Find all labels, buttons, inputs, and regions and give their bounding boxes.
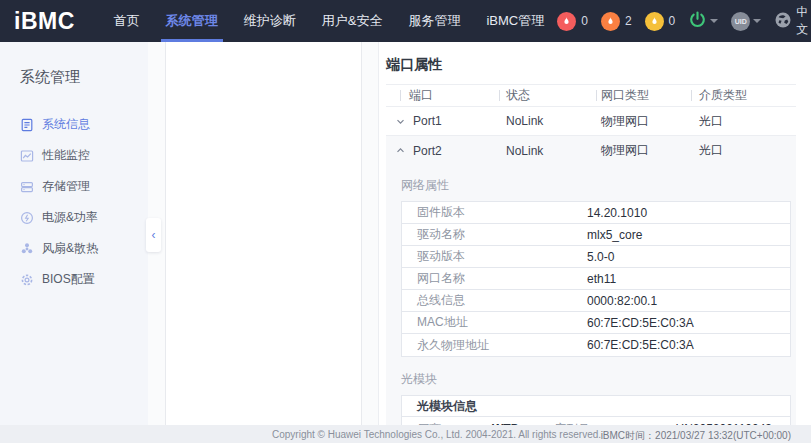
table-row: 永久物理地址 60:7E:CD:5E:C0:3A bbox=[402, 334, 790, 356]
power-control-button[interactable] bbox=[688, 10, 718, 32]
sidebar: 系统管理 系统信息 性能监控 存储管理 bbox=[0, 42, 148, 425]
secondary-panel bbox=[165, 42, 362, 425]
port-status: NoLink bbox=[499, 144, 596, 158]
property-label: 网口名称 bbox=[402, 270, 587, 287]
port-properties-panel: 端口属性 端口 状态 网口类型 介质类型 Port1 NoLink 物理网口 光… bbox=[378, 42, 811, 425]
main-nav: 首页 系统管理 维护诊断 用户&安全 服务管理 iBMC管理 bbox=[101, 0, 557, 42]
column-header-port-type: 网口类型 bbox=[596, 87, 691, 104]
media-type: 光口 bbox=[691, 113, 796, 130]
column-header-port: 端口 bbox=[386, 87, 499, 104]
port-table-header: 端口 状态 网口类型 介质类型 bbox=[386, 84, 796, 107]
sidebar-item-label: 系统信息 bbox=[42, 116, 90, 133]
property-value: 0000:82:00.1 bbox=[587, 294, 657, 308]
uid-icon: UID bbox=[731, 12, 750, 31]
language-label: 中文 bbox=[796, 4, 808, 38]
optical-module-title: 光模块 bbox=[401, 371, 791, 388]
port-status: NoLink bbox=[499, 114, 596, 128]
table-row: 驱动名称 mlx5_core bbox=[402, 224, 790, 246]
table-row: MAC地址 60:7E:CD:5E:C0:3A bbox=[402, 312, 790, 334]
property-value: mlx5_core bbox=[587, 228, 642, 242]
property-label: 永久物理地址 bbox=[402, 337, 587, 354]
table-row-port2[interactable]: Port2 NoLink 物理网口 光口 bbox=[386, 136, 796, 165]
table-row: 厂商 WTD 序列号 HN205200110043 bbox=[402, 417, 790, 425]
top-header: iBMC 首页 系统管理 维护诊断 用户&安全 服务管理 iBMC管理 0 2 bbox=[0, 0, 811, 42]
property-value: 5.0-0 bbox=[587, 250, 614, 264]
collapse-chevron-icon: ‹ bbox=[152, 228, 156, 242]
nav-item-ibmc-management[interactable]: iBMC管理 bbox=[473, 0, 557, 42]
table-row: 固件版本 14.20.1010 bbox=[402, 202, 790, 224]
port-table: 端口 状态 网口类型 介质类型 Port1 NoLink 物理网口 光口 bbox=[386, 84, 796, 165]
sidebar-item-fan[interactable]: 风扇&散热 bbox=[0, 233, 148, 264]
minor-alarm-flame-icon bbox=[645, 12, 664, 31]
media-type: 光口 bbox=[691, 142, 796, 159]
sidebar-item-label: 电源&功率 bbox=[42, 209, 98, 226]
network-properties-title: 网络属性 bbox=[401, 177, 791, 194]
major-alarm-button[interactable]: 2 bbox=[601, 12, 632, 31]
property-label: 驱动名称 bbox=[402, 226, 587, 243]
sidebar-collapse-button[interactable]: ‹ bbox=[146, 218, 161, 252]
property-value: 60:7E:CD:5E:C0:3A bbox=[587, 338, 694, 352]
table-row: 网口名称 eth11 bbox=[402, 268, 790, 290]
optical-module-table: 光模块信息 厂商 WTD 序列号 HN205200110043 bbox=[401, 395, 791, 425]
port-type: 物理网口 bbox=[596, 113, 691, 130]
property-value: eth11 bbox=[587, 272, 616, 286]
critical-alarm-flame-icon bbox=[557, 12, 576, 31]
uid-indicator-button[interactable]: UID bbox=[731, 12, 761, 31]
minor-alarm-button[interactable]: 0 bbox=[645, 12, 676, 31]
nav-item-maintenance-diagnosis[interactable]: 维护诊断 bbox=[231, 0, 309, 42]
sidebar-item-label: 风扇&散热 bbox=[42, 240, 98, 257]
port-type: 物理网口 bbox=[596, 142, 691, 159]
network-properties-table: 固件版本 14.20.1010 驱动名称 mlx5_core 驱动版本 5.0-… bbox=[401, 201, 791, 357]
major-alarm-flame-icon bbox=[601, 12, 620, 31]
sidebar-title: 系统管理 bbox=[0, 42, 148, 87]
nav-item-user-security[interactable]: 用户&安全 bbox=[309, 0, 396, 42]
property-label: 驱动版本 bbox=[402, 248, 587, 265]
table-row: 总线信息 0000:82:00.1 bbox=[402, 290, 790, 312]
power-icon bbox=[688, 10, 707, 32]
sidebar-item-label: BIOS配置 bbox=[42, 271, 95, 288]
footer: Copyright © Huawei Technologies Co., Ltd… bbox=[0, 425, 811, 443]
property-label: 总线信息 bbox=[402, 292, 587, 309]
sidebar-item-performance[interactable]: 性能监控 bbox=[0, 140, 148, 171]
nav-item-service-management[interactable]: 服务管理 bbox=[395, 0, 473, 42]
globe-icon bbox=[774, 11, 792, 32]
bios-gear-icon bbox=[20, 273, 34, 287]
performance-chart-icon bbox=[20, 149, 34, 163]
property-value: 60:7E:CD:5E:C0:3A bbox=[587, 316, 694, 330]
sidebar-menu: 系统信息 性能监控 存储管理 电源&功率 bbox=[0, 109, 148, 295]
sidebar-item-power[interactable]: 电源&功率 bbox=[0, 202, 148, 233]
table-row: 驱动版本 5.0-0 bbox=[402, 246, 790, 268]
collapse-chevron-icon[interactable] bbox=[395, 145, 406, 156]
expand-chevron-icon[interactable] bbox=[395, 116, 406, 127]
sidebar-item-bios[interactable]: BIOS配置 bbox=[0, 264, 148, 295]
language-selector[interactable]: 中文 bbox=[774, 4, 811, 38]
ibmc-app: iBMC 首页 系统管理 维护诊断 用户&安全 服务管理 iBMC管理 0 2 bbox=[0, 0, 811, 443]
storage-icon bbox=[20, 180, 34, 194]
copyright-text: Copyright © Huawei Technologies Co., Ltd… bbox=[272, 429, 601, 440]
property-label: 固件版本 bbox=[402, 204, 587, 221]
power-supply-icon bbox=[20, 211, 34, 225]
page-title: 端口属性 bbox=[386, 56, 811, 74]
property-label: MAC地址 bbox=[402, 314, 587, 331]
header-toolbar: 0 2 0 bbox=[557, 4, 811, 38]
ibmc-time: iBMC时间：2021/03/27 13:32(UTC+00:00) bbox=[601, 429, 791, 443]
chevron-down-icon bbox=[753, 19, 761, 23]
nav-item-home[interactable]: 首页 bbox=[101, 0, 153, 42]
port2-detail-section: 网络属性 固件版本 14.20.1010 驱动名称 mlx5_core 驱动版本… bbox=[386, 165, 796, 425]
critical-alarm-count: 0 bbox=[581, 14, 588, 28]
nav-item-system-management[interactable]: 系统管理 bbox=[153, 0, 231, 42]
sidebar-item-system-info[interactable]: 系统信息 bbox=[0, 109, 148, 140]
optical-module-info-header: 光模块信息 bbox=[402, 396, 790, 417]
critical-alarm-button[interactable]: 0 bbox=[557, 12, 588, 31]
ibmc-logo: iBMC bbox=[14, 8, 75, 35]
sidebar-item-storage[interactable]: 存储管理 bbox=[0, 171, 148, 202]
minor-alarm-count: 0 bbox=[669, 14, 676, 28]
column-header-status: 状态 bbox=[499, 87, 596, 104]
port-name: Port1 bbox=[413, 114, 442, 128]
column-header-media-type: 介质类型 bbox=[691, 87, 796, 104]
chevron-down-icon bbox=[710, 19, 718, 23]
table-row-port1[interactable]: Port1 NoLink 物理网口 光口 bbox=[386, 107, 796, 136]
property-value: 14.20.1010 bbox=[587, 206, 647, 220]
fan-icon bbox=[20, 242, 34, 256]
sidebar-item-label: 性能监控 bbox=[42, 147, 90, 164]
